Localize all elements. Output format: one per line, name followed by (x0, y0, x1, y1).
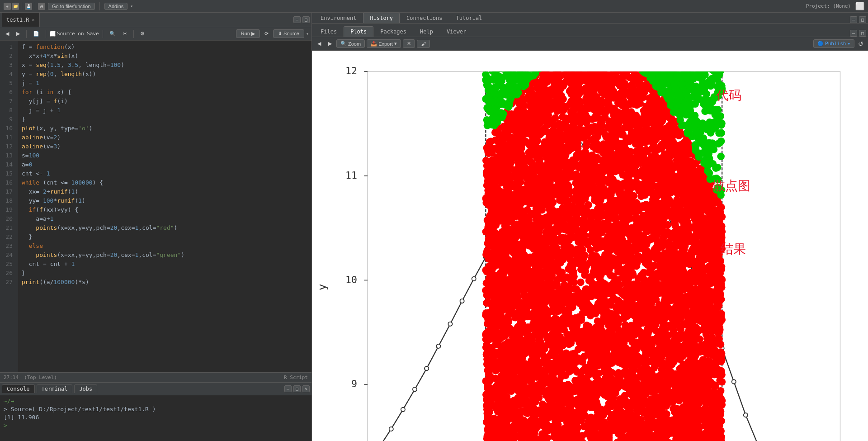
svg-point-48 (637, 170, 642, 174)
console-cursor-line: > (4, 422, 308, 430)
maximize-console-button[interactable]: □ (293, 385, 301, 392)
tab-tutorial[interactable]: Tutorial (449, 13, 489, 23)
code-content[interactable]: f = function(x) x*x+4*x*sin(x) x = seq(1… (18, 41, 311, 372)
minimize-console-button[interactable]: — (284, 385, 292, 392)
svg-point-49 (649, 185, 653, 190)
tab-help[interactable]: Help (413, 26, 440, 37)
editor-toolbar: ◀ ▶ 📄 Source on Save 🔍 ✂ ⚙ Run ▶ ⟳ ⬇ Sou… (0, 27, 311, 41)
addins-button[interactable]: Addins (104, 3, 128, 10)
toolbar-icon-console[interactable]: ✎ (302, 385, 310, 392)
search-button[interactable]: 🔍 (107, 30, 118, 38)
svg-point-56 (732, 379, 736, 384)
addins-chevron: ▾ (130, 4, 133, 9)
svg-point-28 (401, 408, 405, 412)
delete-plot-button[interactable]: ✕ (403, 39, 415, 48)
editor-tab-test1r[interactable]: test1.R ✕ (2, 13, 40, 27)
compile-button[interactable]: ⚙ (137, 30, 147, 38)
plot-toolbar: ◀ ▶ 🔍 Zoom 📤 Export ▾ ✕ 🖌 🔵 Publish ▾ ↺ (312, 37, 868, 51)
console-content[interactable]: ~/→ > Source( D:/Rproject/test1/test1/te… (0, 395, 311, 441)
open-icon[interactable]: 📁 (12, 3, 19, 10)
run-button[interactable]: Run ▶ (236, 29, 260, 38)
right-bottom: Files Plots Packages Help Viewer — □ ◀ ▶… (312, 24, 868, 441)
svg-point-29 (413, 387, 417, 391)
tab-environment[interactable]: Environment (314, 13, 363, 23)
svg-point-45 (602, 142, 606, 147)
main-layout: test1.R ✕ — □ ◀ ▶ 📄 Source on Save 🔍 ✂ ⚙ (0, 13, 868, 441)
publish-button[interactable]: 🔵 Publish ▾ (813, 39, 854, 48)
svg-point-38 (519, 196, 523, 200)
console-tab-controls: — □ ✎ (284, 385, 310, 392)
console-command: > Source( D:/Rproject/test1/test1/test1.… (4, 405, 308, 413)
svg-rect-0 (368, 71, 840, 441)
svg-point-41 (555, 156, 559, 160)
maximize-editor-button[interactable]: □ (302, 16, 310, 23)
console-tab-jobs[interactable]: Jobs (74, 384, 97, 393)
right-bottom-controls: — □ (850, 30, 866, 37)
svg-point-42 (566, 148, 571, 152)
svg-text:11: 11 (345, 170, 357, 181)
source-button[interactable]: ⬇ Source (273, 29, 304, 38)
toolbar-icons: + 📁 💾 🖨 (4, 2, 45, 10)
svg-point-57 (744, 413, 748, 417)
minimize-right-bottom-button[interactable]: — (850, 30, 857, 37)
top-toolbar: + 📁 💾 🖨 Go to file/function Addins ▾ Pro… (0, 0, 868, 13)
source-chevron[interactable]: ▾ (306, 31, 309, 36)
editor-tab-close[interactable]: ✕ (32, 17, 35, 22)
tab-files[interactable]: Files (314, 26, 344, 37)
svg-point-40 (542, 167, 547, 171)
svg-point-47 (625, 157, 629, 161)
source-on-save-checkbox[interactable] (50, 31, 56, 37)
go-to-file-button[interactable]: Go to file/function (48, 3, 95, 10)
svg-point-44 (590, 141, 594, 145)
svg-point-32 (448, 322, 452, 326)
svg-text:12: 12 (345, 65, 357, 76)
svg-point-53 (696, 283, 700, 287)
line-numbers: 12345 678910 1112131415 1617181920 21222… (0, 41, 18, 372)
tab-plots[interactable]: Plots (344, 26, 373, 37)
minimize-editor-button[interactable]: — (293, 16, 301, 23)
console-tab-terminal[interactable]: Terminal (37, 384, 73, 393)
back-button[interactable]: ◀ (3, 30, 12, 38)
file-type: R Script (284, 375, 308, 380)
tab-connections[interactable]: Connections (400, 13, 449, 23)
console-panel: Console Terminal Jobs — □ ✎ ~/→ > Source… (0, 382, 311, 441)
brush-button[interactable]: 🖌 (417, 40, 430, 48)
svg-point-33 (460, 299, 464, 303)
tab-packages[interactable]: Packages (373, 26, 413, 37)
editor-tab-bar: test1.R ✕ — □ (0, 13, 311, 27)
tab-history[interactable]: History (363, 13, 400, 23)
svg-point-52 (684, 254, 689, 258)
print-icon[interactable]: 🖨 (38, 3, 45, 10)
svg-point-39 (531, 181, 535, 185)
reload-button[interactable]: ⟳ (262, 30, 271, 38)
code-tools-button[interactable]: ✂ (120, 30, 130, 38)
project-label: Project: (None) (806, 3, 851, 9)
save-icon[interactable]: 💾 (25, 3, 32, 10)
right-top-tabs: Environment History Connections Tutorial… (312, 13, 868, 24)
tab-viewer[interactable]: Viewer (440, 26, 473, 37)
show-file-button[interactable]: 📄 (30, 30, 42, 38)
nav-next-button[interactable]: ▶ (326, 40, 335, 47)
svg-text:10: 10 (345, 274, 357, 285)
svg-point-51 (673, 228, 677, 232)
svg-point-43 (578, 142, 582, 147)
nav-prev-button[interactable]: ◀ (315, 40, 324, 47)
forward-button[interactable]: ▶ (14, 30, 23, 38)
export-button[interactable]: 📤 Export ▾ (367, 39, 401, 48)
maximize-right-bottom-button[interactable]: □ (859, 30, 866, 37)
source-on-save-label[interactable]: Source on Save (50, 31, 99, 37)
svg-point-31 (436, 344, 440, 348)
right-panel: Environment History Connections Tutorial… (312, 13, 868, 441)
svg-point-35 (484, 255, 488, 259)
zoom-button[interactable]: 🔍 Zoom (336, 39, 365, 48)
left-panel: test1.R ✕ — □ ◀ ▶ 📄 Source on Save 🔍 ✂ ⚙ (0, 13, 312, 441)
svg-point-30 (425, 366, 429, 370)
console-tab-console[interactable]: Console (2, 384, 35, 393)
minimize-right-top-button[interactable]: — (850, 16, 857, 23)
console-dir: ~/→ (4, 397, 308, 405)
refresh-button[interactable]: ↺ (856, 39, 865, 48)
maximize-right-top-button[interactable]: □ (859, 16, 866, 23)
editor-tab-controls: — □ (293, 16, 310, 23)
new-file-icon[interactable]: + (4, 3, 11, 10)
maximize-icon[interactable]: ⬜ (855, 2, 864, 10)
